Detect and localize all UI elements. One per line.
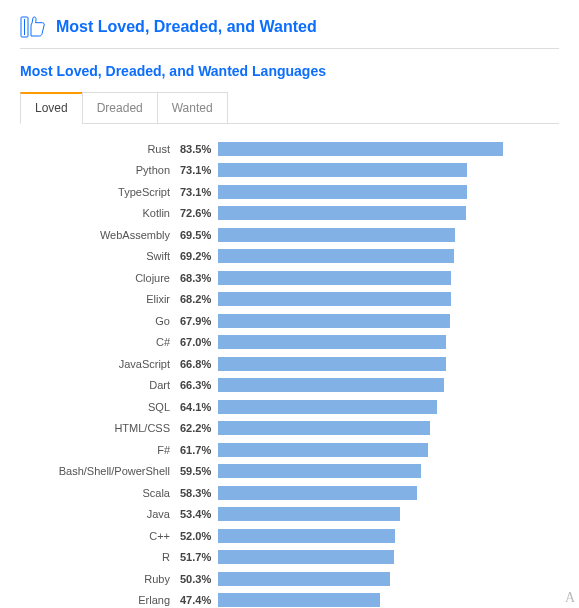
bar-track <box>218 185 559 199</box>
chart-row: HTML/CSS62.2% <box>20 418 559 440</box>
bar-track <box>218 249 559 263</box>
chart-row: R51.7% <box>20 547 559 569</box>
bar-fill <box>218 271 451 285</box>
row-label: Clojure <box>20 272 180 284</box>
chart-row: Ruby50.3% <box>20 568 559 590</box>
chart-row: Java53.4% <box>20 504 559 526</box>
bar-track <box>218 292 559 306</box>
bar-track <box>218 163 559 177</box>
bar-fill <box>218 357 446 371</box>
row-label: Rust <box>20 143 180 155</box>
chart-row: Swift69.2% <box>20 246 559 268</box>
row-value: 83.5% <box>180 143 218 155</box>
row-value: 66.8% <box>180 358 218 370</box>
bar-fill <box>218 507 400 521</box>
row-value: 69.2% <box>180 250 218 262</box>
row-label: Scala <box>20 487 180 499</box>
row-label: R <box>20 551 180 563</box>
row-label: Dart <box>20 379 180 391</box>
chart-loved: Rust83.5%Python73.1%TypeScript73.1%Kotli… <box>20 138 559 608</box>
row-value: 51.7% <box>180 551 218 563</box>
row-label: Bash/Shell/PowerShell <box>20 465 180 477</box>
row-label: F# <box>20 444 180 456</box>
bar-fill <box>218 185 467 199</box>
tab-label: Loved <box>35 101 68 115</box>
bar-track <box>218 228 559 242</box>
row-value: 66.3% <box>180 379 218 391</box>
tab-wanted[interactable]: Wanted <box>157 92 228 124</box>
row-label: Java <box>20 508 180 520</box>
chart-row: JavaScript66.8% <box>20 353 559 375</box>
row-value: 59.5% <box>180 465 218 477</box>
bar-fill <box>218 378 444 392</box>
row-label: HTML/CSS <box>20 422 180 434</box>
bar-track <box>218 593 559 607</box>
bar-track <box>218 421 559 435</box>
row-value: 67.0% <box>180 336 218 348</box>
bar-fill <box>218 529 395 543</box>
chart-row: F#61.7% <box>20 439 559 461</box>
bar-track <box>218 335 559 349</box>
bar-fill <box>218 292 451 306</box>
chart-row: Python73.1% <box>20 160 559 182</box>
thumbs-up-icon <box>20 16 46 38</box>
tab-loved[interactable]: Loved <box>20 92 83 124</box>
footer-letter: A <box>565 590 575 606</box>
bar-track <box>218 142 559 156</box>
chart-row: Elixir68.2% <box>20 289 559 311</box>
chart-row: C++52.0% <box>20 525 559 547</box>
row-label: Go <box>20 315 180 327</box>
row-value: 47.4% <box>180 594 218 606</box>
chart-row: Scala58.3% <box>20 482 559 504</box>
row-value: 61.7% <box>180 444 218 456</box>
bar-track <box>218 550 559 564</box>
section-title: Most Loved, Dreaded, and Wanted <box>56 18 317 36</box>
bar-track <box>218 572 559 586</box>
bar-fill <box>218 572 390 586</box>
row-label: Python <box>20 164 180 176</box>
tab-label: Dreaded <box>97 101 143 115</box>
bar-fill <box>218 421 430 435</box>
row-label: TypeScript <box>20 186 180 198</box>
bar-fill <box>218 400 437 414</box>
bar-fill <box>218 335 446 349</box>
chart-row: Bash/Shell/PowerShell59.5% <box>20 461 559 483</box>
row-label: Elixir <box>20 293 180 305</box>
bar-fill <box>218 314 450 328</box>
row-value: 69.5% <box>180 229 218 241</box>
row-value: 73.1% <box>180 164 218 176</box>
chart-row: Kotlin72.6% <box>20 203 559 225</box>
row-label: Ruby <box>20 573 180 585</box>
row-value: 72.6% <box>180 207 218 219</box>
bar-track <box>218 529 559 543</box>
row-label: Swift <box>20 250 180 262</box>
row-label: WebAssembly <box>20 229 180 241</box>
chart-row: Erlang47.4% <box>20 590 559 609</box>
bar-track <box>218 314 559 328</box>
chart-row: TypeScript73.1% <box>20 181 559 203</box>
row-value: 73.1% <box>180 186 218 198</box>
bar-fill <box>218 228 455 242</box>
bar-track <box>218 206 559 220</box>
row-label: SQL <box>20 401 180 413</box>
bar-fill <box>218 486 417 500</box>
bar-fill <box>218 142 503 156</box>
bar-track <box>218 464 559 478</box>
row-label: Erlang <box>20 594 180 606</box>
row-value: 68.2% <box>180 293 218 305</box>
row-value: 62.2% <box>180 422 218 434</box>
tab-bar: LovedDreadedWanted <box>20 91 559 124</box>
row-value: 58.3% <box>180 487 218 499</box>
chart-row: Clojure68.3% <box>20 267 559 289</box>
bar-track <box>218 378 559 392</box>
section-header: Most Loved, Dreaded, and Wanted <box>20 16 559 49</box>
bar-track <box>218 400 559 414</box>
bar-track <box>218 443 559 457</box>
chart-row: C#67.0% <box>20 332 559 354</box>
row-value: 64.1% <box>180 401 218 413</box>
chart-row: Go67.9% <box>20 310 559 332</box>
tab-dreaded[interactable]: Dreaded <box>82 92 158 124</box>
row-label: Kotlin <box>20 207 180 219</box>
bar-track <box>218 486 559 500</box>
bar-fill <box>218 464 421 478</box>
